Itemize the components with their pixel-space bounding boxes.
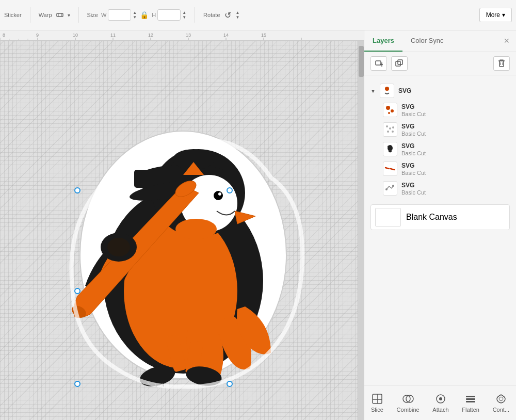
tab-color-sync[interactable]: Color Sync (402, 30, 452, 52)
right-panel: Layers Color Sync ✕ ▼ (364, 30, 516, 420)
svg-point-68 (386, 106, 390, 110)
svg-line-79 (391, 169, 394, 170)
sub-layer-4-type: Basic Cut (401, 170, 426, 176)
rotate-label: Rotate (203, 12, 220, 18)
contour-label: Cont... (493, 407, 509, 413)
svg-point-52 (227, 381, 232, 386)
svg-point-69 (391, 109, 394, 112)
svg-text:14: 14 (223, 33, 229, 38)
canvas-area: 8 9 10 11 12 13 14 15 (0, 30, 364, 420)
svg-point-70 (388, 112, 390, 114)
svg-text:8: 8 (3, 33, 5, 38)
svg-point-77 (388, 146, 391, 148)
mascot-image[interactable] (34, 90, 333, 394)
attach-icon (434, 393, 447, 405)
horizontal-ruler: 8 9 10 11 12 13 14 15 (0, 30, 364, 41)
lock-icon[interactable]: 🔒 (140, 11, 149, 19)
more-label: More (486, 11, 500, 19)
warp-label: Warp (39, 12, 52, 18)
panel-tabs: Layers Color Sync ✕ (364, 30, 516, 52)
layers-list: ▼ SVG (364, 75, 516, 385)
sub-layer-2-type: Basic Cut (401, 131, 426, 137)
sub-layer-1-name: SVG (401, 103, 426, 110)
sub-layer-1-info: SVG Basic Cut (401, 103, 426, 117)
sub-layer-5-info: SVG Basic Cut (401, 182, 426, 196)
sub-layer-5-type: Basic Cut (401, 189, 426, 196)
width-input[interactable] (108, 9, 131, 21)
blank-canvas-thumb (375, 208, 401, 227)
svg-rect-91 (466, 401, 475, 402)
flatten-icon (464, 393, 477, 405)
slice-label: Slice (371, 407, 383, 413)
svg-rect-0 (57, 13, 63, 17)
canvas-scroll-container (0, 41, 364, 420)
sticker-label: Sticker (4, 12, 22, 18)
attach-label: Attach (432, 407, 448, 413)
divider2 (78, 7, 79, 23)
sub-layer-3-name: SVG (401, 142, 426, 150)
svg-point-72 (389, 127, 391, 130)
vertical-scrollbar[interactable] (358, 41, 364, 420)
svg-point-73 (387, 131, 389, 133)
blank-canvas-label: Blank Canvas (406, 213, 457, 222)
height-input[interactable] (157, 9, 181, 21)
scroll-thumb[interactable] (359, 46, 364, 77)
svg-text:11: 11 (110, 33, 116, 38)
contour-icon (495, 393, 507, 405)
sub-layer-5[interactable]: SVG Basic Cut (383, 179, 510, 198)
more-arrow: ▾ (502, 11, 505, 19)
svg-point-81 (392, 185, 394, 187)
layer-group-svg: ▼ SVG (364, 79, 516, 200)
more-button[interactable]: More ▾ (479, 8, 512, 22)
layer-group-header[interactable]: ▼ SVG (370, 82, 510, 100)
slice-icon (371, 393, 383, 405)
delete-layer-button[interactable] (493, 56, 510, 71)
rotate-group: Rotate ↺ ▲ ▼ (203, 10, 239, 20)
sub-layer-3-info: SVG Basic Cut (401, 142, 426, 156)
svg-text:12: 12 (148, 33, 153, 38)
combine-label: Combine (397, 407, 420, 413)
sub-layer-2[interactable]: SVG Basic Cut (383, 120, 510, 139)
combine-tool[interactable]: Combine (392, 391, 425, 415)
sub-layer-2-name: SVG (401, 123, 426, 130)
size-label: Size (87, 12, 98, 18)
svg-point-35 (214, 191, 223, 200)
divider3 (195, 7, 195, 23)
svg-point-48 (107, 238, 130, 256)
svg-point-74 (392, 131, 394, 133)
sub-layer-3[interactable]: SVG Basic Cut (383, 139, 510, 159)
contour-tool[interactable]: Cont... (488, 391, 514, 415)
sub-layer-4-info: SVG Basic Cut (401, 162, 426, 176)
sub-layer-2-thumb (383, 122, 397, 137)
svg-point-50 (75, 288, 80, 294)
panel-close-button[interactable]: ✕ (497, 30, 516, 52)
flatten-label: Flatten (462, 407, 479, 413)
slice-tool[interactable]: Slice (366, 391, 389, 415)
layers-toolbar (364, 52, 516, 75)
sub-layer-1[interactable]: SVG Basic Cut (383, 100, 510, 120)
combine-icon (402, 393, 414, 405)
tab-layers[interactable]: Layers (364, 30, 402, 52)
blank-canvas-item[interactable]: Blank Canvas (370, 204, 510, 230)
sub-layer-4[interactable]: SVG Basic Cut (383, 159, 510, 179)
svg-rect-89 (466, 396, 475, 397)
rotate-arrows: ▲ ▼ (236, 11, 240, 20)
svg-text:10: 10 (73, 33, 78, 38)
add-layer-button[interactable] (370, 56, 387, 71)
duplicate-layer-button[interactable] (391, 56, 408, 71)
divider1 (30, 7, 30, 23)
svg-point-36 (218, 192, 221, 196)
drawing-canvas[interactable] (0, 41, 358, 420)
rotate-icon: ↺ (223, 10, 233, 20)
sub-layer-2-info: SVG Basic Cut (401, 123, 426, 137)
flatten-tool[interactable]: Flatten (457, 391, 485, 415)
attach-tool[interactable]: Attach (427, 391, 454, 415)
sub-layer-3-type: Basic Cut (401, 150, 426, 156)
warp-group: Warp ▾ (39, 10, 70, 20)
sub-layer-1-type: Basic Cut (401, 111, 426, 117)
svg-point-37 (175, 219, 217, 239)
sub-layer-5-name: SVG (401, 182, 426, 189)
svg-text:9: 9 (36, 33, 39, 38)
main-area: 8 9 10 11 12 13 14 15 (0, 30, 516, 420)
width-stepper: ▲ ▼ (133, 11, 137, 20)
